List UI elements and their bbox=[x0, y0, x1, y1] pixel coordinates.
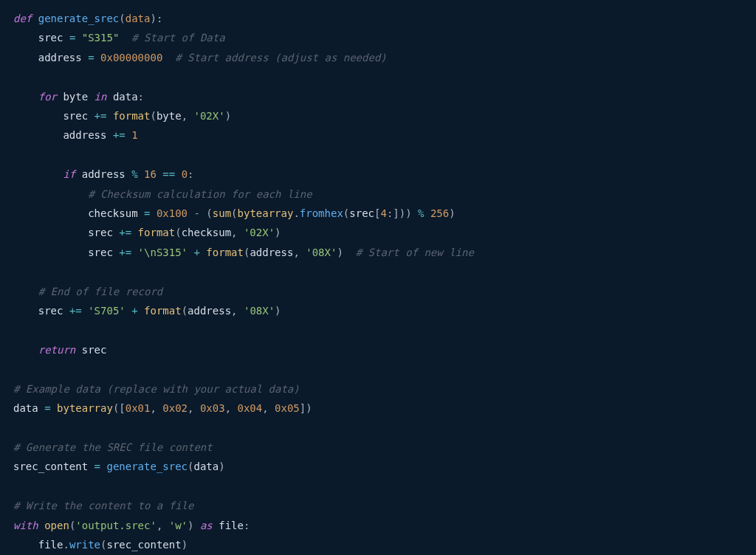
code-token: srec bbox=[88, 247, 119, 258]
code-token: fromhex bbox=[300, 207, 343, 219]
code-token: checksum bbox=[88, 207, 144, 219]
code-token: += bbox=[94, 110, 107, 122]
code-line: address = 0x00000000 # Start address (ad… bbox=[13, 52, 387, 63]
code-line: def generate_srec(data): bbox=[13, 13, 162, 24]
code-token: format bbox=[113, 110, 151, 122]
code-token: = bbox=[44, 402, 50, 414]
code-token bbox=[13, 227, 88, 238]
code-line: if address % 16 == 0: bbox=[13, 168, 194, 180]
code-token bbox=[13, 539, 38, 551]
code-token: sum bbox=[213, 207, 231, 219]
code-line: srec += format(byte, '02X') bbox=[13, 110, 231, 122]
code-token bbox=[131, 247, 137, 258]
code-token: = bbox=[94, 461, 100, 472]
code-token: srec bbox=[38, 32, 69, 44]
code-token bbox=[131, 227, 137, 238]
code-token bbox=[13, 207, 88, 219]
code-token: 0x00000000 bbox=[100, 52, 162, 63]
code-token bbox=[13, 344, 38, 356]
code-line: return srec bbox=[13, 344, 106, 356]
code-line: for byte in data: bbox=[13, 91, 144, 103]
code-token: data bbox=[126, 13, 151, 24]
code-token: + bbox=[193, 247, 199, 258]
code-line: file.write(srec_content) bbox=[13, 539, 188, 551]
code-token: # Write the content to a file bbox=[13, 500, 193, 511]
code-token: srec_content bbox=[106, 539, 181, 551]
code-token: : bbox=[157, 13, 162, 24]
code-token bbox=[94, 52, 100, 63]
code-token bbox=[13, 286, 38, 297]
code-token: 0x01 bbox=[126, 402, 151, 414]
code-token: , bbox=[231, 305, 244, 317]
code-token: += bbox=[119, 227, 131, 238]
code-token bbox=[13, 188, 88, 200]
code-token bbox=[193, 520, 199, 531]
code-line: srec += '\nS315' + format(address, '08X'… bbox=[13, 247, 474, 258]
code-token: address bbox=[82, 168, 131, 180]
code-token: byte bbox=[157, 110, 182, 122]
code-token: 0x04 bbox=[237, 402, 262, 414]
code-token: : bbox=[188, 168, 193, 180]
code-token: 0x03 bbox=[200, 402, 225, 414]
code-token: 4 bbox=[380, 207, 386, 219]
code-token: : bbox=[138, 91, 144, 103]
code-token: '02X' bbox=[244, 227, 275, 238]
code-token: , bbox=[225, 402, 238, 414]
code-token: += bbox=[69, 305, 82, 317]
code-token: # Generate the SREC file content bbox=[13, 441, 213, 453]
code-token bbox=[150, 207, 156, 219]
code-token: 0x100 bbox=[157, 207, 188, 219]
code-token: write bbox=[69, 539, 100, 551]
code-token: if bbox=[63, 168, 81, 180]
code-token: ) bbox=[219, 461, 224, 472]
code-token: . bbox=[63, 539, 69, 551]
code-token: ( bbox=[231, 207, 237, 219]
code-line: checksum = 0x100 - (sum(bytearray.fromhe… bbox=[13, 207, 456, 219]
code-line: address += 1 bbox=[13, 129, 138, 141]
code-token bbox=[13, 247, 88, 258]
code-token: return bbox=[38, 344, 82, 356]
code-editor-content[interactable]: def generate_srec(data): srec = "S315" #… bbox=[0, 0, 756, 555]
code-token: with bbox=[13, 520, 44, 531]
code-token: # End of file record bbox=[38, 286, 163, 297]
code-token: :] bbox=[387, 207, 399, 219]
code-token: '08X' bbox=[244, 305, 275, 317]
code-token: ) bbox=[182, 539, 188, 551]
code-line: # Generate the SREC file content bbox=[13, 441, 213, 453]
code-token: , bbox=[262, 402, 275, 414]
code-token: 0 bbox=[182, 168, 188, 180]
code-token bbox=[13, 129, 63, 141]
code-token: 'S705' bbox=[88, 305, 126, 317]
code-token: ]) bbox=[300, 402, 312, 414]
code-token: srec bbox=[349, 207, 374, 219]
code-token: '\nS315' bbox=[138, 247, 188, 258]
code-token: ) bbox=[337, 247, 343, 258]
code-token: srec bbox=[38, 305, 69, 317]
code-token: ) bbox=[225, 110, 231, 122]
code-token: data bbox=[13, 402, 44, 414]
code-token: format bbox=[138, 227, 176, 238]
code-token: ( bbox=[206, 207, 212, 219]
code-token: == bbox=[162, 168, 175, 180]
code-line: # Checksum calculation for each line bbox=[13, 188, 312, 200]
code-token: srec_content bbox=[13, 461, 94, 472]
code-token: byte bbox=[63, 91, 94, 103]
code-token bbox=[82, 305, 88, 317]
code-token: "S315" bbox=[82, 32, 120, 44]
code-token bbox=[13, 168, 63, 180]
code-line: # Write the content to a file bbox=[13, 500, 193, 511]
code-token: )) bbox=[399, 207, 412, 219]
code-token: 16 bbox=[144, 168, 157, 180]
code-token: # Checksum calculation for each line bbox=[88, 188, 312, 200]
code-token: address bbox=[38, 52, 88, 63]
code-token: as bbox=[200, 520, 219, 531]
code-token: format bbox=[206, 247, 244, 258]
code-token: format bbox=[144, 305, 182, 317]
code-token: 0x05 bbox=[275, 402, 300, 414]
code-token: in bbox=[94, 91, 113, 103]
code-token: ( bbox=[119, 13, 125, 24]
code-line: srec += 'S705' + format(address, '08X') bbox=[13, 305, 281, 317]
code-token: % bbox=[131, 168, 137, 180]
code-token: file bbox=[38, 539, 63, 551]
code-token bbox=[13, 52, 38, 63]
